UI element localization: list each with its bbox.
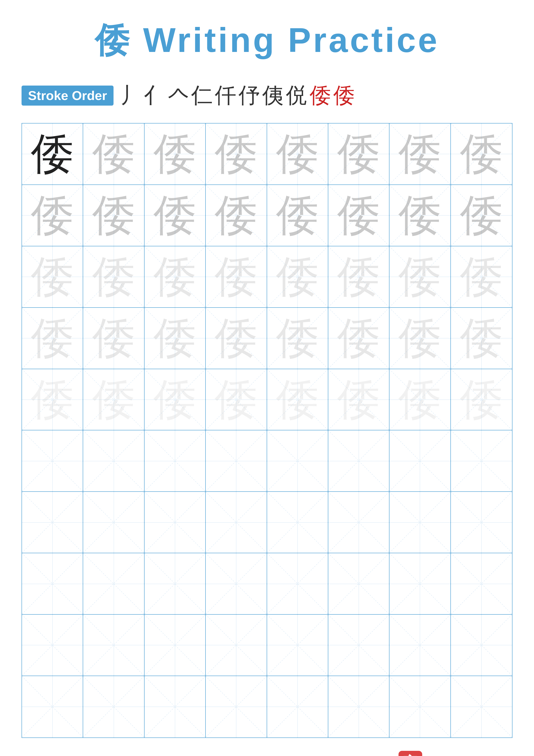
grid-cell[interactable]: 倭 bbox=[22, 185, 83, 246]
grid-cell[interactable] bbox=[451, 492, 512, 553]
svg-line-112 bbox=[22, 553, 83, 614]
practice-char: 倭 bbox=[215, 378, 258, 421]
grid-cell[interactable]: 倭 bbox=[22, 369, 83, 431]
grid-cell[interactable] bbox=[390, 492, 451, 553]
grid-cell[interactable]: 倭 bbox=[390, 308, 451, 369]
grid-cell[interactable]: 倭 bbox=[451, 369, 512, 431]
grid-cell[interactable] bbox=[206, 615, 267, 676]
grid-cell[interactable] bbox=[206, 492, 267, 553]
practice-grid: 倭 倭 倭 倭 倭 倭 倭 bbox=[21, 123, 513, 738]
grid-cell[interactable] bbox=[328, 430, 390, 492]
practice-char: 倭 bbox=[153, 316, 196, 360]
grid-cell[interactable]: 倭 bbox=[451, 123, 512, 185]
grid-cell[interactable]: 倭 bbox=[390, 246, 451, 308]
stroke-4: 仁 bbox=[191, 81, 213, 110]
grid-cell[interactable]: 倭 bbox=[267, 246, 328, 308]
svg-line-110 bbox=[451, 492, 512, 553]
grid-cell[interactable] bbox=[83, 553, 144, 615]
grid-cell[interactable] bbox=[144, 430, 206, 492]
grid-cell[interactable]: 倭 bbox=[83, 369, 144, 431]
grid-cell[interactable]: 倭 bbox=[328, 369, 390, 431]
grid-cell[interactable]: 倭 bbox=[451, 308, 512, 369]
grid-cell[interactable] bbox=[267, 553, 328, 615]
grid-cell[interactable] bbox=[328, 492, 390, 553]
svg-line-151 bbox=[206, 676, 267, 737]
grid-cell[interactable]: 倭 bbox=[144, 369, 206, 431]
grid-cell[interactable] bbox=[22, 553, 83, 615]
grid-cell[interactable]: 倭 bbox=[267, 123, 328, 185]
practice-char: 倭 bbox=[460, 194, 503, 237]
footer-url[interactable]: https://www.strokeorder.com/chinese/倭 bbox=[26, 755, 234, 756]
grid-cell[interactable]: 倭 bbox=[328, 246, 390, 308]
grid-cell[interactable]: 倭 bbox=[451, 246, 512, 308]
grid-cell[interactable]: 倭 bbox=[83, 308, 144, 369]
grid-cell[interactable] bbox=[144, 615, 206, 676]
grid-cell[interactable] bbox=[267, 615, 328, 676]
grid-cell[interactable]: 倭 bbox=[267, 185, 328, 246]
grid-cell[interactable] bbox=[390, 430, 451, 492]
grid-cell[interactable] bbox=[267, 430, 328, 492]
grid-cell[interactable]: 倭 bbox=[206, 369, 267, 431]
svg-line-88 bbox=[267, 431, 328, 491]
grid-cell[interactable]: 倭 bbox=[144, 123, 206, 185]
grid-cell[interactable]: 倭 bbox=[390, 123, 451, 185]
svg-line-90 bbox=[328, 431, 389, 491]
grid-cell[interactable] bbox=[83, 615, 144, 676]
grid-cell[interactable] bbox=[83, 430, 144, 492]
grid-cell[interactable] bbox=[451, 553, 512, 615]
grid-cell[interactable] bbox=[22, 430, 83, 492]
grid-cell[interactable]: 倭 bbox=[390, 185, 451, 246]
grid-cell[interactable]: 倭 bbox=[83, 185, 144, 246]
grid-cell[interactable] bbox=[451, 676, 512, 738]
grid-cell[interactable]: 倭 bbox=[267, 369, 328, 431]
grid-cell[interactable]: 倭 bbox=[328, 123, 390, 185]
grid-cell[interactable] bbox=[451, 615, 512, 676]
grid-cell[interactable]: 倭 bbox=[328, 185, 390, 246]
grid-cell[interactable]: 倭 bbox=[451, 185, 512, 246]
grid-cell[interactable] bbox=[206, 553, 267, 615]
svg-line-103 bbox=[206, 492, 267, 553]
grid-cell[interactable]: 倭 bbox=[206, 123, 267, 185]
grid-row-8 bbox=[22, 553, 512, 615]
practice-char: 倭 bbox=[460, 316, 503, 360]
grid-cell[interactable] bbox=[144, 676, 206, 738]
grid-cell[interactable] bbox=[144, 553, 206, 615]
grid-cell[interactable] bbox=[328, 615, 390, 676]
grid-cell[interactable] bbox=[267, 492, 328, 553]
grid-cell[interactable]: 倭 bbox=[206, 308, 267, 369]
grid-cell[interactable]: 倭 bbox=[144, 246, 206, 308]
grid-cell[interactable] bbox=[22, 676, 83, 738]
grid-cell[interactable]: 倭 bbox=[144, 308, 206, 369]
grid-cell[interactable]: 倭 bbox=[22, 308, 83, 369]
grid-cell[interactable] bbox=[390, 615, 451, 676]
grid-cell[interactable] bbox=[328, 676, 390, 738]
grid-cell[interactable]: 倭 bbox=[328, 308, 390, 369]
grid-cell[interactable]: 倭 bbox=[83, 123, 144, 185]
grid-cell[interactable] bbox=[144, 492, 206, 553]
grid-cell[interactable] bbox=[451, 430, 512, 492]
svg-line-95 bbox=[451, 430, 512, 491]
grid-cell[interactable]: 倭 bbox=[83, 246, 144, 308]
svg-line-118 bbox=[206, 553, 267, 614]
grid-cell[interactable]: 倭 bbox=[22, 246, 83, 308]
svg-line-114 bbox=[83, 553, 144, 614]
grid-cell[interactable] bbox=[267, 676, 328, 738]
svg-line-109 bbox=[390, 492, 450, 553]
grid-cell[interactable]: 倭 bbox=[144, 185, 206, 246]
grid-cell[interactable]: 倭 bbox=[206, 185, 267, 246]
grid-cell[interactable]: 倭 bbox=[390, 369, 451, 431]
grid-cell[interactable] bbox=[22, 615, 83, 676]
grid-cell[interactable]: 倭 bbox=[206, 246, 267, 308]
grid-cell[interactable] bbox=[328, 553, 390, 615]
svg-line-120 bbox=[267, 553, 328, 614]
svg-line-128 bbox=[22, 615, 83, 675]
grid-cell[interactable]: 倭 bbox=[22, 123, 83, 185]
grid-cell[interactable] bbox=[390, 676, 451, 738]
grid-cell[interactable] bbox=[83, 492, 144, 553]
grid-cell[interactable] bbox=[390, 553, 451, 615]
grid-cell[interactable] bbox=[83, 676, 144, 738]
grid-cell[interactable] bbox=[206, 430, 267, 492]
grid-cell[interactable]: 倭 bbox=[267, 308, 328, 369]
grid-cell[interactable] bbox=[22, 492, 83, 553]
grid-cell[interactable] bbox=[206, 676, 267, 738]
